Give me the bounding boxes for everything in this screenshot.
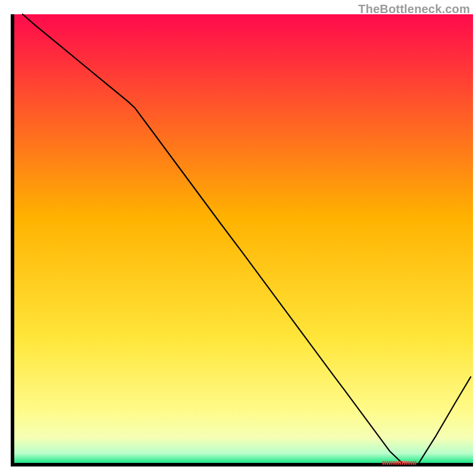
chart-svg (0, 0, 476, 476)
svg-rect-6 (395, 461, 397, 465)
svg-rect-1 (384, 461, 386, 465)
svg-rect-4 (391, 461, 393, 465)
svg-rect-5 (393, 461, 395, 465)
svg-rect-2 (387, 461, 389, 465)
svg-rect-12 (408, 461, 410, 465)
attribution-link[interactable]: TheBottleneck.com (358, 2, 470, 16)
chart-root: TheBottleneck.com (0, 0, 476, 476)
svg-rect-15 (415, 461, 416, 465)
svg-rect-0 (383, 461, 384, 465)
svg-rect-8 (400, 461, 402, 465)
plot-gradient-bg (12, 14, 473, 465)
svg-rect-7 (397, 461, 399, 465)
svg-rect-10 (404, 461, 406, 465)
svg-rect-13 (411, 461, 412, 465)
svg-rect-9 (402, 461, 403, 465)
svg-rect-11 (406, 461, 408, 465)
svg-rect-3 (389, 461, 391, 465)
svg-rect-14 (412, 461, 414, 465)
